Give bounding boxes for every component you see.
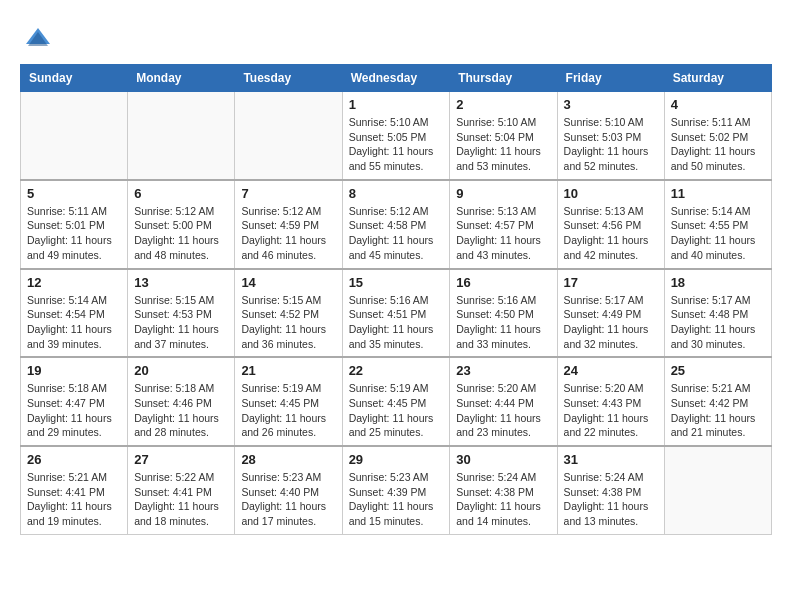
day-number: 7 bbox=[241, 186, 335, 201]
calendar-cell: 7Sunrise: 5:12 AM Sunset: 4:59 PM Daylig… bbox=[235, 180, 342, 269]
day-number: 23 bbox=[456, 363, 550, 378]
calendar-cell: 27Sunrise: 5:22 AM Sunset: 4:41 PM Dayli… bbox=[128, 446, 235, 534]
day-number: 4 bbox=[671, 97, 765, 112]
day-number: 17 bbox=[564, 275, 658, 290]
day-number: 25 bbox=[671, 363, 765, 378]
calendar-cell: 12Sunrise: 5:14 AM Sunset: 4:54 PM Dayli… bbox=[21, 269, 128, 358]
day-number: 29 bbox=[349, 452, 444, 467]
day-number: 2 bbox=[456, 97, 550, 112]
day-info: Sunrise: 5:11 AM Sunset: 5:01 PM Dayligh… bbox=[27, 204, 121, 263]
calendar-table: SundayMondayTuesdayWednesdayThursdayFrid… bbox=[20, 64, 772, 535]
calendar-cell bbox=[21, 92, 128, 180]
calendar-cell: 11Sunrise: 5:14 AM Sunset: 4:55 PM Dayli… bbox=[664, 180, 771, 269]
day-info: Sunrise: 5:18 AM Sunset: 4:46 PM Dayligh… bbox=[134, 381, 228, 440]
day-info: Sunrise: 5:16 AM Sunset: 4:50 PM Dayligh… bbox=[456, 293, 550, 352]
day-info: Sunrise: 5:13 AM Sunset: 4:57 PM Dayligh… bbox=[456, 204, 550, 263]
calendar-cell: 5Sunrise: 5:11 AM Sunset: 5:01 PM Daylig… bbox=[21, 180, 128, 269]
day-number: 31 bbox=[564, 452, 658, 467]
calendar-cell: 30Sunrise: 5:24 AM Sunset: 4:38 PM Dayli… bbox=[450, 446, 557, 534]
day-info: Sunrise: 5:19 AM Sunset: 4:45 PM Dayligh… bbox=[241, 381, 335, 440]
calendar-cell: 31Sunrise: 5:24 AM Sunset: 4:38 PM Dayli… bbox=[557, 446, 664, 534]
calendar-header-row: SundayMondayTuesdayWednesdayThursdayFrid… bbox=[21, 65, 772, 92]
day-info: Sunrise: 5:12 AM Sunset: 4:59 PM Dayligh… bbox=[241, 204, 335, 263]
calendar-cell: 4Sunrise: 5:11 AM Sunset: 5:02 PM Daylig… bbox=[664, 92, 771, 180]
day-number: 27 bbox=[134, 452, 228, 467]
day-info: Sunrise: 5:17 AM Sunset: 4:49 PM Dayligh… bbox=[564, 293, 658, 352]
calendar-cell: 6Sunrise: 5:12 AM Sunset: 5:00 PM Daylig… bbox=[128, 180, 235, 269]
day-info: Sunrise: 5:13 AM Sunset: 4:56 PM Dayligh… bbox=[564, 204, 658, 263]
calendar-cell: 26Sunrise: 5:21 AM Sunset: 4:41 PM Dayli… bbox=[21, 446, 128, 534]
day-info: Sunrise: 5:23 AM Sunset: 4:39 PM Dayligh… bbox=[349, 470, 444, 529]
calendar-cell: 19Sunrise: 5:18 AM Sunset: 4:47 PM Dayli… bbox=[21, 357, 128, 446]
day-info: Sunrise: 5:16 AM Sunset: 4:51 PM Dayligh… bbox=[349, 293, 444, 352]
calendar-cell: 17Sunrise: 5:17 AM Sunset: 4:49 PM Dayli… bbox=[557, 269, 664, 358]
day-info: Sunrise: 5:14 AM Sunset: 4:55 PM Dayligh… bbox=[671, 204, 765, 263]
calendar-cell: 9Sunrise: 5:13 AM Sunset: 4:57 PM Daylig… bbox=[450, 180, 557, 269]
day-info: Sunrise: 5:15 AM Sunset: 4:52 PM Dayligh… bbox=[241, 293, 335, 352]
calendar-week-row: 26Sunrise: 5:21 AM Sunset: 4:41 PM Dayli… bbox=[21, 446, 772, 534]
calendar-cell: 1Sunrise: 5:10 AM Sunset: 5:05 PM Daylig… bbox=[342, 92, 450, 180]
day-number: 22 bbox=[349, 363, 444, 378]
day-number: 1 bbox=[349, 97, 444, 112]
weekday-header: Friday bbox=[557, 65, 664, 92]
day-number: 6 bbox=[134, 186, 228, 201]
weekday-header: Sunday bbox=[21, 65, 128, 92]
calendar-week-row: 12Sunrise: 5:14 AM Sunset: 4:54 PM Dayli… bbox=[21, 269, 772, 358]
day-number: 12 bbox=[27, 275, 121, 290]
day-info: Sunrise: 5:12 AM Sunset: 5:00 PM Dayligh… bbox=[134, 204, 228, 263]
day-number: 8 bbox=[349, 186, 444, 201]
calendar-cell: 24Sunrise: 5:20 AM Sunset: 4:43 PM Dayli… bbox=[557, 357, 664, 446]
calendar-cell: 3Sunrise: 5:10 AM Sunset: 5:03 PM Daylig… bbox=[557, 92, 664, 180]
calendar-cell bbox=[128, 92, 235, 180]
day-info: Sunrise: 5:20 AM Sunset: 4:44 PM Dayligh… bbox=[456, 381, 550, 440]
calendar-cell: 13Sunrise: 5:15 AM Sunset: 4:53 PM Dayli… bbox=[128, 269, 235, 358]
day-info: Sunrise: 5:21 AM Sunset: 4:42 PM Dayligh… bbox=[671, 381, 765, 440]
day-number: 3 bbox=[564, 97, 658, 112]
calendar-cell: 22Sunrise: 5:19 AM Sunset: 4:45 PM Dayli… bbox=[342, 357, 450, 446]
logo bbox=[20, 24, 52, 52]
day-info: Sunrise: 5:12 AM Sunset: 4:58 PM Dayligh… bbox=[349, 204, 444, 263]
day-info: Sunrise: 5:18 AM Sunset: 4:47 PM Dayligh… bbox=[27, 381, 121, 440]
weekday-header: Wednesday bbox=[342, 65, 450, 92]
day-info: Sunrise: 5:23 AM Sunset: 4:40 PM Dayligh… bbox=[241, 470, 335, 529]
day-number: 11 bbox=[671, 186, 765, 201]
day-number: 19 bbox=[27, 363, 121, 378]
calendar-week-row: 19Sunrise: 5:18 AM Sunset: 4:47 PM Dayli… bbox=[21, 357, 772, 446]
calendar-week-row: 1Sunrise: 5:10 AM Sunset: 5:05 PM Daylig… bbox=[21, 92, 772, 180]
weekday-header: Saturday bbox=[664, 65, 771, 92]
day-number: 9 bbox=[456, 186, 550, 201]
day-number: 5 bbox=[27, 186, 121, 201]
calendar-cell: 20Sunrise: 5:18 AM Sunset: 4:46 PM Dayli… bbox=[128, 357, 235, 446]
day-number: 20 bbox=[134, 363, 228, 378]
calendar-cell bbox=[664, 446, 771, 534]
day-number: 13 bbox=[134, 275, 228, 290]
day-number: 18 bbox=[671, 275, 765, 290]
calendar-cell: 25Sunrise: 5:21 AM Sunset: 4:42 PM Dayli… bbox=[664, 357, 771, 446]
day-info: Sunrise: 5:20 AM Sunset: 4:43 PM Dayligh… bbox=[564, 381, 658, 440]
day-info: Sunrise: 5:15 AM Sunset: 4:53 PM Dayligh… bbox=[134, 293, 228, 352]
day-number: 28 bbox=[241, 452, 335, 467]
day-info: Sunrise: 5:24 AM Sunset: 4:38 PM Dayligh… bbox=[564, 470, 658, 529]
calendar-cell: 29Sunrise: 5:23 AM Sunset: 4:39 PM Dayli… bbox=[342, 446, 450, 534]
weekday-header: Thursday bbox=[450, 65, 557, 92]
day-info: Sunrise: 5:14 AM Sunset: 4:54 PM Dayligh… bbox=[27, 293, 121, 352]
calendar-cell: 23Sunrise: 5:20 AM Sunset: 4:44 PM Dayli… bbox=[450, 357, 557, 446]
calendar-cell: 18Sunrise: 5:17 AM Sunset: 4:48 PM Dayli… bbox=[664, 269, 771, 358]
day-info: Sunrise: 5:10 AM Sunset: 5:05 PM Dayligh… bbox=[349, 115, 444, 174]
day-number: 21 bbox=[241, 363, 335, 378]
calendar-cell: 10Sunrise: 5:13 AM Sunset: 4:56 PM Dayli… bbox=[557, 180, 664, 269]
day-number: 26 bbox=[27, 452, 121, 467]
day-number: 14 bbox=[241, 275, 335, 290]
calendar-cell bbox=[235, 92, 342, 180]
calendar-cell: 14Sunrise: 5:15 AM Sunset: 4:52 PM Dayli… bbox=[235, 269, 342, 358]
day-number: 30 bbox=[456, 452, 550, 467]
day-number: 10 bbox=[564, 186, 658, 201]
calendar-cell: 15Sunrise: 5:16 AM Sunset: 4:51 PM Dayli… bbox=[342, 269, 450, 358]
calendar-week-row: 5Sunrise: 5:11 AM Sunset: 5:01 PM Daylig… bbox=[21, 180, 772, 269]
calendar-cell: 2Sunrise: 5:10 AM Sunset: 5:04 PM Daylig… bbox=[450, 92, 557, 180]
logo-icon bbox=[24, 24, 52, 52]
day-info: Sunrise: 5:21 AM Sunset: 4:41 PM Dayligh… bbox=[27, 470, 121, 529]
day-number: 15 bbox=[349, 275, 444, 290]
day-number: 16 bbox=[456, 275, 550, 290]
calendar-cell: 28Sunrise: 5:23 AM Sunset: 4:40 PM Dayli… bbox=[235, 446, 342, 534]
